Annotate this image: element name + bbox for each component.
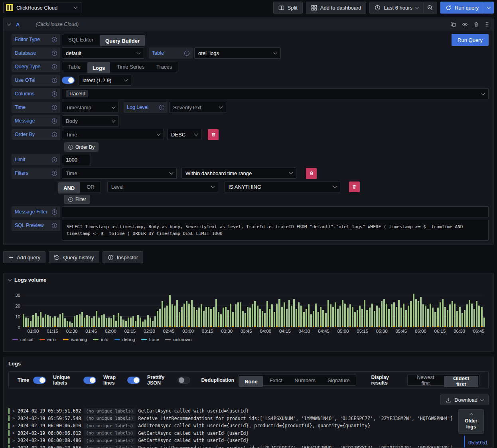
older-logs-button[interactable]: Older logs	[458, 409, 484, 434]
expand-caret-icon[interactable]: >	[12, 409, 15, 413]
display-option-newest-first[interactable]: Newest first	[408, 376, 442, 385]
duplicate-query-icon[interactable]	[451, 22, 456, 27]
add-query-button[interactable]: Add query	[3, 251, 45, 263]
run-query-button[interactable]: Run query	[440, 2, 484, 14]
query-type-option-table[interactable]: Table	[63, 62, 86, 71]
table-select[interactable]: otel_logs	[194, 47, 281, 59]
dedup-option-numbers[interactable]: Numbers	[289, 376, 321, 385]
x-tick-label: 05:15	[357, 329, 368, 334]
collapse-chevron-icon[interactable]	[7, 22, 11, 26]
filter-bool-option-or[interactable]: OR	[81, 182, 100, 191]
download-button[interactable]: Download	[440, 395, 489, 405]
filter-field-select[interactable]: Time	[62, 168, 177, 179]
info-icon[interactable]	[52, 157, 57, 162]
add-to-dashboard-button[interactable]: Add to dashboard	[306, 2, 367, 14]
filter2-field-select[interactable]: Level	[107, 181, 218, 192]
time-range-picker[interactable]: Last 6 hours	[369, 2, 424, 14]
info-icon[interactable]	[52, 118, 57, 124]
log-row[interactable]: >2024-02-19 06:00:06.010(no unique label…	[8, 422, 489, 430]
time-toggle[interactable]	[33, 377, 46, 384]
info-icon[interactable]	[52, 91, 57, 97]
expand-caret-icon[interactable]: >	[12, 438, 15, 443]
otel-version-select[interactable]: latest (1.2.9)	[79, 75, 131, 86]
query-type-option-logs[interactable]: Logs	[87, 62, 110, 73]
add-filter-button[interactable]: Filter	[64, 195, 90, 204]
log-level-select[interactable]: SeverityText	[169, 102, 226, 113]
display-option-oldest-first[interactable]: Oldest first	[444, 376, 478, 387]
editor-type-option-sql-editor[interactable]: SQL Editor	[63, 35, 99, 44]
log-row[interactable]: >2024-02-19 05:59:57.548(no unique label…	[8, 415, 489, 422]
inspector-button[interactable]: Inspector	[103, 251, 143, 263]
legend-item-warning[interactable]: warning	[63, 337, 87, 342]
info-icon[interactable]	[52, 209, 57, 215]
time-column-select[interactable]: Timestamp	[62, 102, 119, 113]
dedup-option-none[interactable]: None	[239, 376, 263, 387]
volume-bar	[337, 309, 339, 327]
expand-caret-icon[interactable]: >	[12, 446, 15, 448]
unique-labels-toggle[interactable]	[83, 377, 96, 384]
info-icon[interactable]	[52, 223, 57, 228]
split-button[interactable]: Split	[273, 2, 303, 14]
query-type-option-traces[interactable]: Traces	[151, 62, 177, 71]
drag-handle-icon[interactable]	[485, 22, 489, 27]
filter-operator-select[interactable]: Within dashboard time range	[181, 168, 296, 179]
info-icon[interactable]	[52, 64, 57, 69]
info-icon[interactable]	[52, 51, 57, 56]
query-history-button[interactable]: Query history	[49, 251, 99, 263]
query-row-header[interactable]: A (ClickHouse Cloud)	[4, 18, 493, 31]
order-by-direction-select[interactable]: DESC	[167, 129, 201, 140]
panel-run-query-button[interactable]: Run Query	[452, 34, 489, 46]
dedup-option-exact[interactable]: Exact	[264, 376, 288, 385]
datasource-picker[interactable]: ClickHouse Cloud	[3, 2, 81, 13]
order-by-field-select[interactable]: Time	[62, 129, 164, 140]
editor-type-option-query-builder[interactable]: Query Builder	[100, 35, 145, 46]
wrap-lines-toggle[interactable]	[127, 377, 140, 384]
expand-caret-icon[interactable]: >	[12, 416, 15, 420]
logs-volume-header[interactable]: Logs volume	[4, 273, 493, 283]
expand-caret-icon[interactable]: >	[12, 424, 15, 428]
filter-bool-option-and[interactable]: AND	[58, 182, 80, 193]
log-row[interactable]: >2024-02-19 06:00:08.486(no unique label…	[8, 437, 489, 444]
prettify-json-toggle[interactable]	[178, 377, 190, 384]
message-filter-input[interactable]	[62, 206, 489, 217]
zoom-out-button[interactable]	[424, 2, 437, 14]
legend-item-unknown[interactable]: unknown	[165, 337, 191, 342]
remove-query-trash-icon[interactable]	[473, 22, 479, 27]
columns-multiselect[interactable]: TraceId	[62, 88, 489, 99]
legend-item-info[interactable]: info	[93, 337, 108, 342]
dedup-option-signature[interactable]: Signature	[322, 376, 355, 385]
volume-bar	[344, 304, 346, 327]
column-chip[interactable]: TraceId	[66, 90, 88, 97]
info-icon[interactable]	[52, 105, 57, 110]
volume-bar	[37, 316, 39, 327]
log-row[interactable]: >2024-02-19 06:00:06.012(no unique label…	[8, 430, 489, 437]
x-tick-label: 05:45	[395, 329, 407, 334]
info-icon[interactable]	[52, 171, 57, 176]
filter2-operator-select[interactable]: IS ANYTHING	[225, 181, 340, 192]
info-icon[interactable]	[52, 37, 57, 42]
limit-input[interactable]	[62, 154, 91, 165]
message-column-select[interactable]: Body	[62, 115, 119, 126]
database-select[interactable]: default	[62, 47, 144, 59]
legend-item-debug[interactable]: debug	[114, 337, 135, 342]
remove-filter-button[interactable]	[306, 168, 317, 179]
log-row[interactable]: >2024-02-19 05:59:51.692(no unique label…	[8, 407, 489, 415]
hide-response-eye-icon[interactable]	[462, 22, 468, 28]
legend-item-error[interactable]: error	[39, 337, 57, 342]
info-icon[interactable]	[184, 51, 189, 56]
add-order-by-button[interactable]: Order By	[64, 142, 99, 152]
legend-item-critical[interactable]: critical	[12, 337, 34, 342]
collapse-chevron-icon[interactable]	[8, 277, 12, 281]
query-type-option-time-series[interactable]: Time Series	[112, 62, 150, 71]
info-icon[interactable]	[159, 105, 164, 110]
log-row[interactable]: >2024-02-19 06:00:18.663(no unique label…	[8, 444, 489, 448]
info-icon[interactable]	[52, 132, 57, 137]
volume-bar	[442, 299, 444, 327]
run-query-dropdown-button[interactable]	[484, 2, 494, 14]
expand-caret-icon[interactable]: >	[12, 431, 15, 435]
use-otel-toggle[interactable]	[62, 77, 75, 84]
legend-item-trace[interactable]: trace	[141, 337, 160, 342]
remove-order-by-button[interactable]	[208, 129, 219, 140]
info-icon[interactable]	[52, 78, 57, 83]
remove-filter2-button[interactable]	[349, 182, 360, 192]
